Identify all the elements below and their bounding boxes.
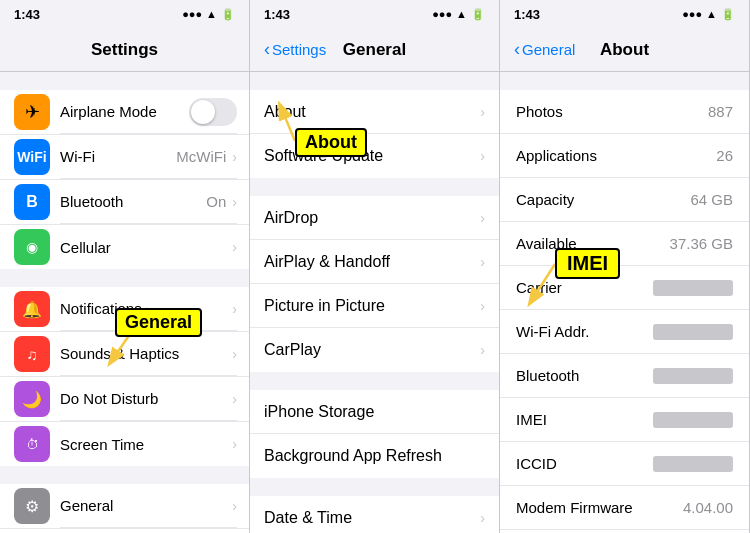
general-section-3: iPhone Storage Background App Refresh	[250, 390, 499, 478]
cellular-label: Cellular	[60, 239, 111, 256]
bluetooth-value: On	[206, 193, 226, 210]
panel-about: 1:43 ●●● ▲ 🔋 ‹ General About Photos 887	[500, 0, 750, 533]
panel-settings: 1:43 ●●● ▲ 🔋 Settings ✈ Airplane Mode	[0, 0, 250, 533]
softwareupdate-label: Software Update	[264, 147, 383, 165]
capacity-label: Capacity	[516, 191, 574, 208]
about-item-available: Available 37.36 GB	[500, 222, 749, 266]
status-icons-3: ●●● ▲ 🔋	[682, 8, 735, 21]
about-item-bluetooth: Bluetooth	[500, 354, 749, 398]
general-item-softwareupdate[interactable]: Software Update ›	[250, 134, 499, 178]
general-list[interactable]: About › Software Update › AirDrop › AirP…	[250, 72, 499, 533]
general-item-iphonestorage[interactable]: iPhone Storage	[250, 390, 499, 434]
battery-icon-3: 🔋	[721, 8, 735, 21]
item-screentime[interactable]: ⏱ Screen Time ›	[0, 422, 249, 466]
item-wifi[interactable]: WiFi Wi-Fi McWiFi ›	[0, 135, 249, 180]
btaddr-value	[653, 368, 733, 384]
about-item-photos: Photos 887	[500, 90, 749, 134]
settings-title: Settings	[91, 40, 158, 60]
capacity-value: 64 GB	[690, 191, 733, 208]
item-cellular[interactable]: ◉ Cellular ›	[0, 225, 249, 269]
datetime-label: Date & Time	[264, 509, 352, 527]
bluetooth-icon: B	[14, 184, 50, 220]
item-sounds[interactable]: ♫ Sounds & Haptics ›	[0, 332, 249, 377]
cellular-chevron: ›	[232, 239, 237, 255]
general-item-datetime[interactable]: Date & Time ›	[250, 496, 499, 533]
status-bar-2: 1:43 ●●● ▲ 🔋	[250, 0, 499, 28]
carrier-value	[653, 280, 733, 296]
general-icon: ⚙	[14, 488, 50, 524]
sounds-chevron: ›	[232, 346, 237, 362]
general-item-backgroundapp[interactable]: Background App Refresh	[250, 434, 499, 478]
notifications-label: Notifications	[60, 300, 142, 317]
status-time-3: 1:43	[514, 7, 540, 22]
carplay-label: CarPlay	[264, 341, 321, 359]
back-general[interactable]: ‹ General	[514, 39, 575, 60]
btaddr-label: Bluetooth	[516, 367, 579, 384]
about-item-modemfirmware: Modem Firmware 4.04.00	[500, 486, 749, 530]
panel-general: 1:43 ●●● ▲ 🔋 ‹ Settings General About ›	[250, 0, 500, 533]
backgroundapp-label: Background App Refresh	[264, 447, 442, 465]
available-value: 37.36 GB	[670, 235, 733, 252]
photos-label: Photos	[516, 103, 563, 120]
item-notifications[interactable]: 🔔 Notifications ›	[0, 287, 249, 332]
wifiaddr-value	[653, 324, 733, 340]
general-item-carplay[interactable]: CarPlay ›	[250, 328, 499, 372]
wifi-icon-2: ▲	[456, 8, 467, 20]
signal-icon-3: ●●●	[682, 8, 702, 20]
dnd-icon: 🌙	[14, 381, 50, 417]
nav-header-1: Settings	[0, 28, 249, 72]
airplane-toggle[interactable]	[189, 98, 237, 126]
pip-chevron: ›	[480, 298, 485, 314]
back-chevron: ‹	[264, 39, 270, 60]
wifi-chevron: ›	[232, 149, 237, 165]
applications-value: 26	[716, 147, 733, 164]
status-bar-3: 1:43 ●●● ▲ 🔋	[500, 0, 749, 28]
item-controlcenter[interactable]: ⊞ Control Center ›	[0, 529, 249, 533]
airplane-label: Airplane Mode	[60, 103, 157, 120]
general-item-pictureinpicture[interactable]: Picture in Picture ›	[250, 284, 499, 328]
airplay-chevron: ›	[480, 254, 485, 270]
bluetooth-label: Bluetooth	[60, 193, 123, 210]
wifi-status-icon: ▲	[206, 8, 217, 20]
item-bluetooth[interactable]: B Bluetooth On ›	[0, 180, 249, 225]
about-list: Photos 887 Applications 26 Capacity 64 G…	[500, 72, 749, 533]
sounds-icon: ♫	[14, 336, 50, 372]
screentime-icon: ⏱	[14, 426, 50, 462]
carplay-chevron: ›	[480, 342, 485, 358]
iccid-label: ICCID	[516, 455, 557, 472]
nav-header-3: ‹ General About	[500, 28, 749, 72]
carrier-label: Carrier	[516, 279, 562, 296]
applications-label: Applications	[516, 147, 597, 164]
general-section-1: About › Software Update ›	[250, 90, 499, 178]
signal-icon: ●●●	[182, 8, 202, 20]
about-chevron: ›	[480, 104, 485, 120]
item-airplane[interactable]: ✈ Airplane Mode	[0, 90, 249, 135]
signal-icon-2: ●●●	[432, 8, 452, 20]
item-dnd[interactable]: 🌙 Do Not Disturb ›	[0, 377, 249, 422]
iccid-value	[653, 456, 733, 472]
section-connectivity: ✈ Airplane Mode WiFi Wi-Fi McWiFi ›	[0, 90, 249, 269]
back-settings[interactable]: ‹ Settings	[264, 39, 326, 60]
general-item-about[interactable]: About ›	[250, 90, 499, 134]
screentime-label: Screen Time	[60, 436, 144, 453]
wifi-icon: WiFi	[14, 139, 50, 175]
notifications-chevron: ›	[232, 301, 237, 317]
general-item-airplay[interactable]: AirPlay & Handoff ›	[250, 240, 499, 284]
general-item-airdrop[interactable]: AirDrop ›	[250, 196, 499, 240]
battery-icon: 🔋	[221, 8, 235, 21]
general-chevron: ›	[232, 498, 237, 514]
photos-value: 887	[708, 103, 733, 120]
dnd-chevron: ›	[232, 391, 237, 407]
airplay-label: AirPlay & Handoff	[264, 253, 390, 271]
airdrop-chevron: ›	[480, 210, 485, 226]
general-label: General	[60, 497, 113, 514]
about-page-title: About	[600, 40, 649, 60]
back-label-3: General	[522, 41, 575, 58]
settings-list[interactable]: ✈ Airplane Mode WiFi Wi-Fi McWiFi ›	[0, 72, 249, 533]
wifiaddr-label: Wi-Fi Addr.	[516, 323, 589, 340]
cellular-icon: ◉	[14, 229, 50, 265]
wifi-icon-3: ▲	[706, 8, 717, 20]
modem-label: Modem Firmware	[516, 499, 633, 516]
item-general[interactable]: ⚙ General ›	[0, 484, 249, 529]
bluetooth-chevron: ›	[232, 194, 237, 210]
